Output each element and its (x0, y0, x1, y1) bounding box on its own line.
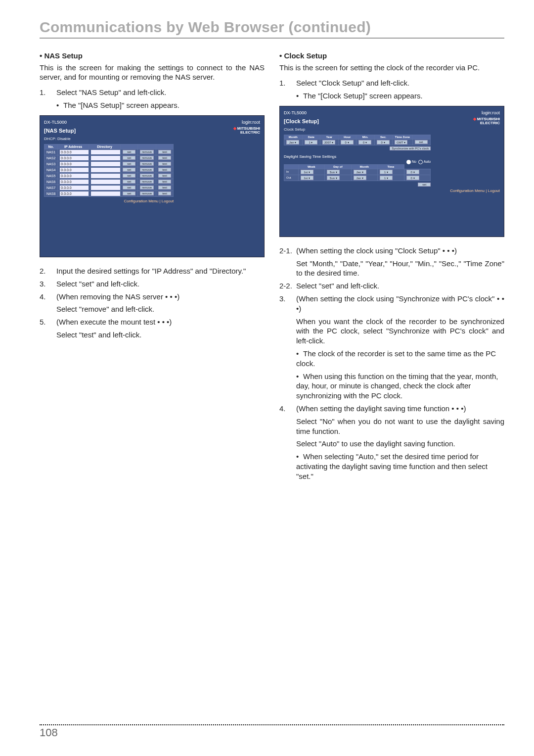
test-button[interactable]: test (158, 174, 171, 178)
dst-set-button[interactable]: set (418, 183, 431, 187)
dst-field[interactable]: Jan ▾ (354, 176, 366, 180)
dst-heading: Daylight Saving Time Settings (284, 154, 500, 159)
dst-field[interactable]: 1st ▾ (301, 176, 313, 180)
test-button[interactable]: test (158, 191, 171, 195)
table-row: NAS4setremovetest (44, 167, 174, 173)
table-row: NAS6setremovetest (44, 179, 174, 185)
clock-sub3-1: •The clock of the recorder is set to the… (296, 349, 504, 369)
nas-screenshot: DX-TL5000 login:root [NAS Setup] DHCP: D… (40, 115, 265, 257)
dir-input[interactable] (91, 162, 120, 166)
nas-intro: This is the screen for making the settin… (40, 63, 265, 82)
sync-pc-button[interactable]: Synchronize with PC's clock (390, 146, 431, 150)
dir-input[interactable] (91, 168, 120, 172)
set-button[interactable]: set (123, 191, 135, 195)
dst-field[interactable]: 1 ▾ (380, 176, 393, 180)
test-button[interactable]: test (158, 186, 171, 189)
clock-field[interactable]: 0 ▾ (358, 140, 371, 144)
clock-step4-sub: •When selecting "Auto," set the desired … (296, 452, 504, 481)
test-button[interactable]: test (158, 180, 171, 184)
ip-input[interactable] (60, 191, 89, 196)
dir-input[interactable] (91, 186, 120, 190)
clock-field[interactable]: Jan ▾ (286, 140, 299, 144)
table-row: NAS2setremovetest (44, 155, 174, 161)
remove-button[interactable]: remove (140, 186, 154, 189)
clock-intro: This is the screen for setting the clock… (279, 63, 504, 72)
dst-field[interactable]: Jan ▾ (354, 170, 366, 174)
dst-field[interactable]: 1 ▾ (380, 170, 393, 174)
ip-input[interactable] (60, 156, 89, 160)
table-row: NAS3setremovetest (44, 161, 174, 167)
clock-sub3-2: •When using this function on the timing … (296, 372, 504, 401)
mitsubishi-logo: ◆ MITSUBISHIELECTRIC (473, 117, 500, 125)
set-button[interactable]: set (123, 162, 135, 166)
model-label: DX-TL5000 (284, 110, 307, 115)
ip-input[interactable] (60, 162, 89, 166)
login-label: login:root (482, 110, 500, 115)
radio-icon[interactable] (406, 160, 411, 164)
remove-button[interactable]: remove (140, 174, 154, 178)
remove-button[interactable]: remove (140, 168, 154, 172)
test-button[interactable]: test (158, 162, 171, 166)
dir-input[interactable] (91, 156, 120, 160)
table-row: NAS7setremovetest (44, 185, 174, 190)
clock-screenshot: DX-TL5000 login:root [Clock Setup] Clock… (279, 106, 504, 237)
page-title: Communications by Web Browser (continued… (40, 19, 504, 39)
nas-shot-title: [NAS Setup] (44, 128, 76, 134)
dir-input[interactable] (91, 150, 120, 154)
set-button[interactable]: set (415, 140, 428, 144)
set-button[interactable]: set (123, 156, 135, 160)
clock-steps-top: 1.Select "Clock Setup" and left-click. (279, 78, 504, 88)
ip-input[interactable] (60, 180, 89, 184)
table-row: In1st ▾Sun ▾Jan ▾1 ▾0 ▾ (284, 169, 431, 175)
set-button[interactable]: set (123, 174, 135, 178)
remove-button[interactable]: remove (140, 191, 154, 195)
model-label: DX-TL5000 (44, 120, 67, 125)
dst-field[interactable]: Sun ▾ (327, 170, 340, 174)
nas-step1-sub: •The "[NAS Setup]" screen appears. (56, 100, 265, 110)
set-button[interactable]: set (123, 150, 135, 154)
clock-field[interactable]: 2007 ▾ (322, 140, 335, 144)
dir-input[interactable] (91, 174, 120, 178)
clock-field[interactable]: 0 ▾ (377, 140, 390, 144)
dir-input[interactable] (91, 180, 120, 184)
set-button[interactable]: set (123, 180, 135, 184)
test-button[interactable]: test (158, 156, 171, 160)
nas-steps-top: 1.Select "NAS Setup" and left-click. (40, 88, 265, 97)
config-menu-link[interactable]: Configuration Menu | Logout (284, 189, 500, 193)
nas-crumb: DHCP: Disable (44, 137, 76, 141)
dir-input[interactable] (91, 191, 120, 196)
clock-field[interactable]: 1 ▾ (305, 140, 317, 144)
set-button[interactable]: set (123, 186, 135, 189)
dst-field[interactable]: 0 ▾ (406, 176, 419, 180)
dst-field[interactable]: 1st ▾ (301, 170, 313, 174)
dst-table: WeekDay ofMonthTime In1st ▾Sun ▾Jan ▾1 ▾… (284, 164, 431, 181)
dst-radio-group[interactable]: No Auto (284, 160, 431, 164)
nas-heading: • NAS Setup (40, 51, 265, 60)
remove-button[interactable]: remove (140, 150, 154, 154)
dst-field[interactable]: 0 ▾ (406, 170, 419, 174)
test-button[interactable]: test (158, 150, 171, 154)
radio-icon[interactable] (418, 160, 423, 164)
config-menu-link[interactable]: Configuration Menu | Logout (44, 199, 174, 203)
clock-field[interactable]: GMT ▾ (395, 140, 407, 144)
ip-input[interactable] (60, 174, 89, 178)
clock-table: MonthDateYearHourMin.Sec.Time Zone Jan ▾… (284, 135, 431, 145)
dst-field[interactable]: Sun ▾ (327, 176, 340, 180)
ip-input[interactable] (60, 150, 89, 154)
remove-button[interactable]: remove (140, 162, 154, 166)
remove-button[interactable]: remove (140, 180, 154, 184)
table-row: NAS5setremovetest (44, 173, 174, 179)
remove-button[interactable]: remove (140, 156, 154, 160)
set-button[interactable]: set (123, 168, 135, 172)
ip-input[interactable] (60, 168, 89, 172)
test-button[interactable]: test (158, 168, 171, 172)
page-number: 108 (40, 726, 504, 739)
table-row: NAS8setremovetest (44, 190, 174, 196)
clock-field[interactable]: 0 ▾ (341, 140, 354, 144)
nas-steps-bottom: 2.Input the desired settings for "IP Add… (40, 266, 265, 340)
clock-steps-bottom: 2-1.(When setting the clock using "Clock… (279, 246, 504, 346)
clock-crumb: Clock Setup (284, 127, 319, 132)
ip-input[interactable] (60, 186, 89, 190)
login-label: login:root (242, 120, 260, 125)
clock-heading: • Clock Setup (279, 51, 504, 60)
